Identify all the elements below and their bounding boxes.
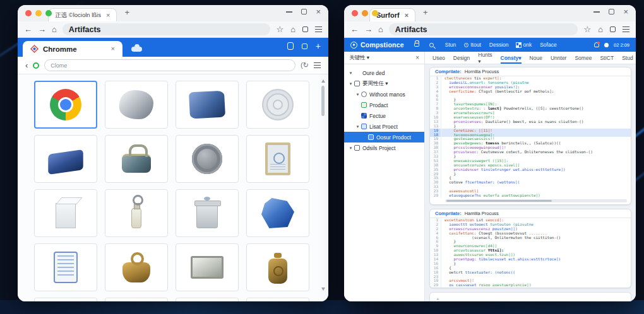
appbar-menu-item[interactable]: Soface <box>540 42 556 48</box>
add-icon[interactable]: + <box>316 43 321 49</box>
tab-close-icon[interactable]: × <box>106 12 110 19</box>
tab-close-icon[interactable]: × <box>405 12 408 19</box>
sidebar-close-icon[interactable]: × <box>415 54 419 61</box>
menu-icon[interactable] <box>314 62 321 68</box>
tabs-icon[interactable] <box>302 26 308 32</box>
minimize-icon[interactable] <box>593 11 600 13</box>
back-icon[interactable]: ← <box>24 25 32 33</box>
artifact-card[interactable] <box>34 298 97 301</box>
chromme-tab[interactable]: Chromme × <box>23 41 122 57</box>
tab-useo[interactable]: Useo <box>432 52 445 64</box>
maximize-light[interactable] <box>372 10 378 16</box>
artifact-card[interactable] <box>176 243 239 291</box>
close-icon[interactable]: × <box>316 9 321 15</box>
back-icon[interactable]: ← <box>350 25 359 33</box>
caret-down-icon[interactable]: ▾ <box>348 81 354 86</box>
tree-item[interactable]: Fectue <box>344 110 424 121</box>
window-icon[interactable] <box>302 44 307 49</box>
forward-icon[interactable]: → <box>364 25 373 33</box>
address-bar[interactable]: Artifacts <box>63 23 271 35</box>
tree-item[interactable]: ▾要周性任 ▾ <box>344 78 424 89</box>
tab-unnter[interactable]: Unnter <box>551 52 567 64</box>
tree-item[interactable]: ▾Lisat Proect <box>344 121 424 132</box>
artifact-card[interactable] <box>246 243 309 291</box>
artifact-card[interactable] <box>176 298 239 301</box>
scroll-thumb[interactable] <box>321 86 325 116</box>
caret-down-icon[interactable]: ▾ <box>348 71 354 76</box>
tree-item[interactable]: ▾Oure ded <box>344 67 424 78</box>
search-icon[interactable] <box>429 43 434 47</box>
home-icon[interactable]: ⌂ <box>378 25 383 33</box>
artifact-card[interactable] <box>246 135 309 183</box>
home-icon[interactable]: ⌂ <box>598 25 603 33</box>
close-light[interactable] <box>25 10 32 16</box>
horizontal-scrollbar[interactable] <box>445 199 627 202</box>
artifact-card[interactable] <box>176 135 239 183</box>
caret-down-icon[interactable]: ▾ <box>348 146 354 151</box>
artifact-card[interactable] <box>246 189 309 237</box>
artifact-card[interactable] <box>34 243 97 291</box>
close-light[interactable] <box>352 10 358 16</box>
scrollbar[interactable] <box>321 79 325 296</box>
artifact-card[interactable] <box>105 135 168 183</box>
tabs-icon[interactable] <box>610 26 616 32</box>
scroll-down-icon[interactable] <box>321 288 325 291</box>
minimize-light[interactable] <box>362 10 368 16</box>
artifact-card[interactable] <box>176 189 239 237</box>
appbar-menu-item[interactable]: Itout <box>464 42 481 48</box>
home-icon[interactable]: ⌂ <box>290 25 295 33</box>
appbar-menu-item[interactable]: onk <box>516 42 532 48</box>
avatar[interactable] <box>604 43 609 47</box>
new-tab-button[interactable]: + <box>124 8 129 20</box>
tab-stud[interactable]: Stud <box>622 52 633 64</box>
menu-icon[interactable] <box>315 26 322 32</box>
appbar-menu-item[interactable]: Dession <box>489 42 509 48</box>
appbar-menu-item[interactable]: Stun <box>445 42 456 48</box>
menu-icon[interactable] <box>623 26 629 32</box>
tab-consty[interactable]: Consty▾ <box>501 52 522 64</box>
artifact-card[interactable] <box>34 81 97 129</box>
new-tab-button[interactable]: + <box>423 8 428 20</box>
search-input[interactable]: Clome <box>44 59 295 71</box>
tab-somee[interactable]: Somee <box>575 52 592 64</box>
artifact-card[interactable] <box>176 81 239 129</box>
artifact-card[interactable] <box>105 243 168 291</box>
forward-icon[interactable]: → <box>38 25 46 33</box>
scroll-up-icon[interactable] <box>321 79 325 83</box>
cloud-icon[interactable] <box>131 47 142 52</box>
tree-item[interactable]: Oosur Prodoct <box>344 132 424 142</box>
bookmark-star-icon[interactable]: ☆ <box>276 25 283 33</box>
browser-tab[interactable]: 正选 ©locioln lßis × <box>48 8 117 21</box>
tree-item[interactable]: ▾Odsils Project <box>344 142 424 153</box>
caret-down-icon[interactable]: ▾ <box>355 124 361 129</box>
reload-icon[interactable]: (↻ <box>301 61 309 69</box>
tree-item[interactable]: Prodact <box>344 100 424 110</box>
address-bar[interactable]: Artifacts <box>389 23 578 35</box>
tree-item[interactable]: ▾Withoot manos <box>344 89 424 100</box>
maximize-icon[interactable] <box>301 9 307 15</box>
artifact-card[interactable] <box>34 135 97 183</box>
tab-close-icon[interactable]: × <box>111 45 115 52</box>
maximize-icon[interactable] <box>609 9 614 15</box>
artifact-card[interactable] <box>105 81 168 129</box>
bookmark-star-icon[interactable]: ☆ <box>583 25 591 33</box>
tab-hunts[interactable]: Hunts ▾ <box>478 52 492 64</box>
artifact-card[interactable] <box>246 81 309 129</box>
home-icon[interactable]: ⌂ <box>52 25 57 33</box>
back-chevron-icon[interactable]: ‹ <box>25 61 28 70</box>
extension-icon[interactable] <box>287 42 294 50</box>
brand[interactable]: Compstionce <box>350 41 404 49</box>
maximize-light[interactable] <box>45 10 52 16</box>
tab-noue[interactable]: Noue <box>530 52 542 64</box>
close-icon[interactable]: × <box>623 9 628 15</box>
tab-design[interactable]: Design <box>453 52 470 64</box>
artifact-card[interactable] <box>105 189 168 237</box>
notification-bell-icon[interactable] <box>594 42 599 47</box>
minimize-light[interactable] <box>35 10 42 16</box>
caret-down-icon[interactable]: ▾ <box>355 92 361 97</box>
tab-stict[interactable]: StICT <box>600 52 614 64</box>
lock-icon[interactable] <box>414 43 419 47</box>
artifact-card[interactable] <box>105 298 168 301</box>
minimize-icon[interactable] <box>286 11 292 13</box>
artifact-card[interactable] <box>34 189 97 237</box>
